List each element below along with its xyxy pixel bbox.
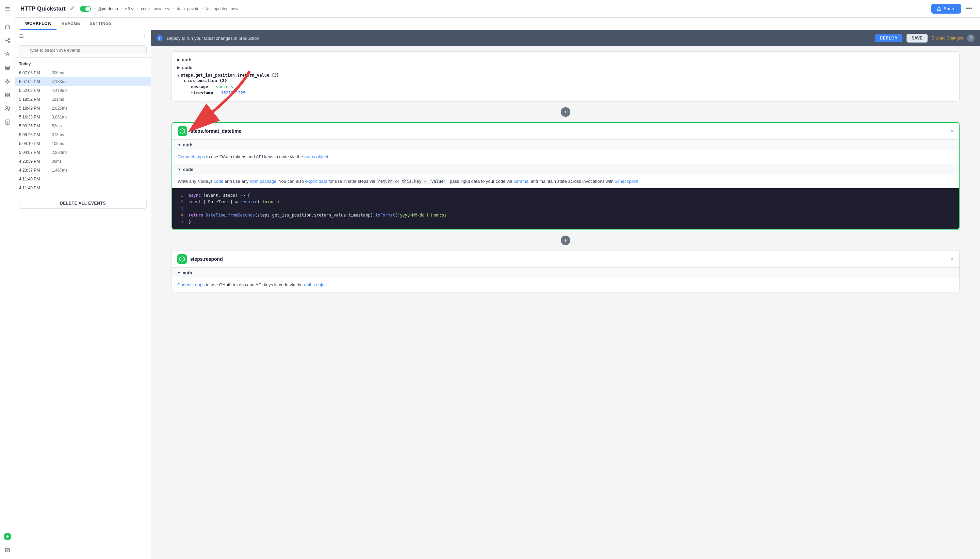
code-label: code xyxy=(182,65,192,70)
svg-rect-7 xyxy=(5,95,7,97)
collapse-button[interactable] xyxy=(142,34,147,40)
event-row[interactable]: 5:04:07 PM 2,880ms xyxy=(15,148,151,157)
nav-settings[interactable] xyxy=(2,75,13,88)
tab-settings[interactable]: SETTINGS xyxy=(85,18,117,30)
nav-docs[interactable] xyxy=(2,116,13,128)
nav-workflows[interactable] xyxy=(2,35,13,46)
nav-home[interactable] xyxy=(2,21,13,33)
svg-point-3 xyxy=(5,66,10,68)
event-row[interactable]: 5:16:33 PM 3,861ms xyxy=(15,113,151,122)
auth-label: auth xyxy=(182,57,191,62)
code-header-2[interactable]: ▼ code xyxy=(172,164,959,175)
nav-email[interactable] xyxy=(2,544,13,556)
step-result-toggle[interactable]: ▼ steps.get_iss_position.$return_value {… xyxy=(177,73,954,78)
event-row[interactable]: 5:18:52 PM 181ms xyxy=(15,95,151,104)
code-section-2: ▼ code Write any Node.js code and use an… xyxy=(172,164,959,230)
svg-point-9 xyxy=(6,107,8,109)
nav-upgrade[interactable] xyxy=(2,531,13,542)
step-card-iss-position: ▶ auth ▶ code ▼ xyxy=(172,51,960,102)
svg-marker-14 xyxy=(180,129,185,134)
deploy-button[interactable]: DEPLOY xyxy=(875,34,902,42)
left-panel-header xyxy=(15,30,151,43)
auths-link-3[interactable]: auths object xyxy=(304,282,328,287)
more-button[interactable]: ••• xyxy=(964,3,975,14)
meta-version[interactable]: v.6 xyxy=(125,7,134,11)
info-icon: i xyxy=(157,35,163,41)
event-row[interactable]: 4:23:37 PM 1,467ms xyxy=(15,166,151,175)
top-header: HTTP Quickstart • @pd-demo • v.6 • code:… xyxy=(15,0,980,18)
step-card-respond: steps.respond × ▼ auth Connect apps xyxy=(172,251,960,293)
event-row-selected[interactable]: 6:07:02 PM 4,183ms xyxy=(15,77,151,86)
meta-code: code: xyxy=(141,7,151,11)
code-toggle-1[interactable]: ▶ code xyxy=(177,64,954,71)
auth-section-3: ▼ auth Connect apps to use OAuth tokens … xyxy=(172,268,959,292)
code-editor[interactable]: 1 async (event, steps) => { 2 const { Da… xyxy=(172,188,959,229)
nav-users[interactable] xyxy=(2,103,13,115)
menu-icon[interactable] xyxy=(19,34,24,40)
export-link[interactable]: export data xyxy=(305,179,327,184)
nav-expand[interactable] xyxy=(2,3,13,15)
share-button[interactable]: Share xyxy=(931,4,961,13)
delete-all-button[interactable]: DELETE ALL EVENTS xyxy=(19,198,147,209)
edit-icon[interactable] xyxy=(70,6,74,12)
deploy-bar: i Deploy to run your latest changes in p… xyxy=(151,30,980,46)
header-meta: • @pd-demo • v.6 • code: private • data:… xyxy=(80,6,238,12)
nav-sources[interactable] xyxy=(2,48,13,60)
help-button[interactable]: ? xyxy=(967,35,975,42)
event-row[interactable]: 5:04:10 PM 109ms xyxy=(15,139,151,148)
nav-data[interactable] xyxy=(2,61,13,74)
auths-object-link[interactable]: auths object xyxy=(304,154,328,159)
timestamp-key: timestamp xyxy=(191,91,213,95)
section-today: Today xyxy=(15,60,151,68)
event-row[interactable]: 4:11:40 PM xyxy=(15,175,151,184)
deploy-bar-text: Deploy to run your latest changes in pro… xyxy=(167,36,871,41)
auth-label-3: auth xyxy=(183,270,192,275)
step3-name: steps.respond xyxy=(190,256,947,262)
timestamp-value: 1621991225 xyxy=(221,91,245,95)
auth-toggle-1[interactable]: ▶ auth xyxy=(177,56,954,64)
npm-link[interactable]: npm package xyxy=(250,179,276,184)
connect-apps-link-3[interactable]: Connect apps xyxy=(177,282,205,287)
step2-name: steps.format_datetime xyxy=(191,128,947,134)
right-panel: i Deploy to run your latest changes in p… xyxy=(151,30,980,559)
step-result-title: steps.get_iss_position.$return_value {3} xyxy=(181,73,279,78)
auth-body-2: Connect apps to use OAuth tokens and API… xyxy=(172,150,959,164)
meta-code-visibility[interactable]: private xyxy=(154,7,170,11)
icon-bar xyxy=(0,0,15,559)
svg-point-0 xyxy=(5,40,7,41)
event-row[interactable]: 5:18:49 PM 2,825ms xyxy=(15,104,151,113)
auth-header-2[interactable]: ▼ auth xyxy=(172,140,959,150)
auth-section-2: ▼ auth Connect apps to use OAuth tokens … xyxy=(172,140,959,164)
event-row[interactable]: 5:09:26 PM 53ms xyxy=(15,122,151,131)
nav-grid[interactable] xyxy=(2,89,13,101)
save-button[interactable]: SAVE xyxy=(906,34,927,43)
code-link[interactable]: code xyxy=(214,179,223,184)
add-step-button-2[interactable]: + xyxy=(561,236,570,245)
auth-label-2: auth xyxy=(183,142,192,147)
tab-readme[interactable]: README xyxy=(56,18,85,30)
node-icon-2 xyxy=(178,126,187,136)
step2-close[interactable]: × xyxy=(950,128,954,134)
tab-workflow[interactable]: WORKFLOW xyxy=(20,18,56,30)
svg-point-4 xyxy=(7,81,8,83)
event-row[interactable]: 4:11:40 PM xyxy=(15,184,151,192)
search-input[interactable] xyxy=(19,45,147,55)
event-row[interactable]: 5:09:25 PM 313ms xyxy=(15,131,151,139)
event-row[interactable]: 6:07:06 PM 206ms xyxy=(15,68,151,77)
add-step-button-1[interactable]: + xyxy=(561,107,570,117)
event-row[interactable]: 4:23:39 PM 39ms xyxy=(15,157,151,166)
auth-header-3[interactable]: ▼ auth xyxy=(172,268,959,278)
message-key: message xyxy=(191,84,208,89)
events-list: Today 6:07:06 PM 206ms 6:07:02 PM 4,183m… xyxy=(15,58,151,559)
auth-info-text: to use OAuth tokens and API keys in code… xyxy=(206,154,304,159)
active-toggle[interactable] xyxy=(80,6,91,12)
event-row[interactable]: 5:52:02 PM 4,419ms xyxy=(15,86,151,95)
meta-user[interactable]: @pd-demo xyxy=(98,7,118,11)
code-description: Write any Node.js code and use any npm p… xyxy=(172,175,959,189)
connect-apps-link[interactable]: Connect apps xyxy=(178,154,205,159)
discard-button[interactable]: Discard Changes xyxy=(932,36,963,41)
iss-position-toggle[interactable]: ▶ iss_position {2} xyxy=(184,78,954,84)
checkpoint-link[interactable]: $checkpoint xyxy=(615,179,638,184)
step3-close[interactable]: × xyxy=(951,256,954,262)
params-link[interactable]: params xyxy=(513,179,528,184)
